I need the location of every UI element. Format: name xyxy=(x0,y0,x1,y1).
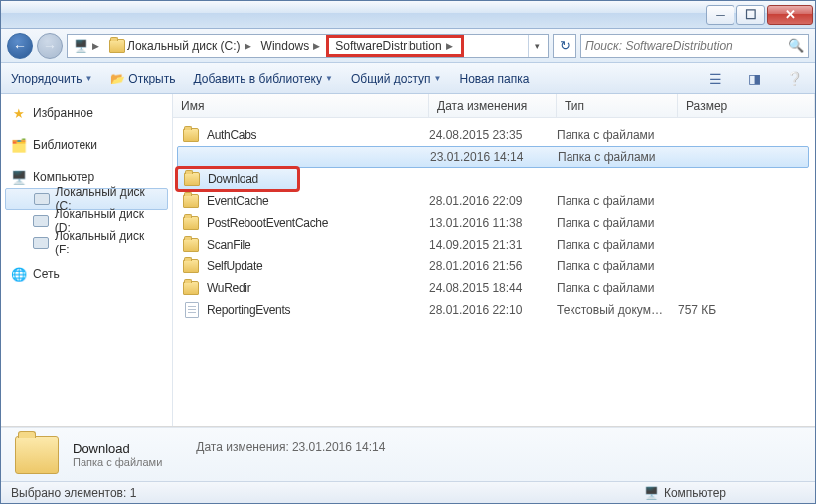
explorer-window: ─ ☐ ✕ ← → 🖥️▶ Локальный диск (С:)▶ Windo… xyxy=(0,0,816,504)
crumb-windows[interactable]: Windows▶ xyxy=(257,35,327,57)
crumb-drive[interactable]: Локальный диск (С:)▶ xyxy=(105,35,257,57)
col-name[interactable]: Имя xyxy=(173,94,429,117)
folder-icon xyxy=(183,258,201,274)
status-selection: Выбрано элементов: 1 xyxy=(11,486,136,500)
file-name: EventCache xyxy=(207,194,429,208)
folder-icon xyxy=(109,39,125,53)
file-date: 28.01.2016 21:56 xyxy=(429,259,557,273)
crumb-softwaredistribution[interactable]: SoftwareDistribution▶ xyxy=(326,35,463,57)
file-row[interactable]: ReportingEvents28.01.2016 22:10Текстовый… xyxy=(173,299,815,321)
file-list: Имя Дата изменения Тип Размер AuthCabs24… xyxy=(173,94,815,426)
status-bar: Выбрано элементов: 1 🖥️Компьютер xyxy=(1,481,815,503)
file-date: 23.01.2016 14:14 xyxy=(430,150,558,164)
file-name: AuthCabs xyxy=(207,128,429,142)
sidebar-drive-f[interactable]: Локальный диск (F: xyxy=(5,232,168,253)
new-folder-button[interactable]: Новая папка xyxy=(459,72,529,85)
file-name: ReportingEvents xyxy=(207,303,429,317)
file-row[interactable]: AuthCabs24.08.2015 23:35Папка с файлами xyxy=(173,124,815,146)
address-bar[interactable]: 🖥️▶ Локальный диск (С:)▶ Windows▶ Softwa… xyxy=(67,34,549,58)
nav-bar: ← → 🖥️▶ Локальный диск (С:)▶ Windows▶ So… xyxy=(1,29,815,63)
file-name: PostRebootEventCache xyxy=(207,216,429,230)
folder-icon xyxy=(183,237,201,252)
open-icon: 📂 xyxy=(110,72,125,85)
file-date: 13.01.2016 11:38 xyxy=(429,216,557,230)
file-name: SelfUpdate xyxy=(207,259,429,273)
computer-icon: 🖥️ xyxy=(644,486,659,500)
crumb-label: Локальный диск (С:) xyxy=(127,39,241,53)
details-name: Download xyxy=(73,441,162,456)
search-box[interactable]: 🔍 xyxy=(580,34,809,58)
file-date: 24.08.2015 23:35 xyxy=(429,128,557,142)
file-name: Download xyxy=(208,172,258,186)
folder-icon xyxy=(184,171,202,187)
libraries-icon: 🗂️ xyxy=(11,137,27,153)
open-button[interactable]: 📂Открыть xyxy=(110,72,175,85)
sidebar-favorites[interactable]: ★Избранное xyxy=(5,102,168,124)
folder-icon xyxy=(183,215,201,231)
star-icon: ★ xyxy=(11,105,27,121)
col-type[interactable]: Тип xyxy=(557,94,678,117)
file-row[interactable]: WuRedir24.08.2015 18:44Папка с файлами xyxy=(173,277,815,299)
share-menu[interactable]: Общий доступ▼ xyxy=(351,72,442,85)
forward-button[interactable]: → xyxy=(37,33,63,59)
view-options-icon[interactable]: ☰ xyxy=(704,68,726,89)
file-type: Папка с файлами xyxy=(557,259,678,273)
status-location: 🖥️Компьютер xyxy=(644,486,726,500)
organize-menu[interactable]: Упорядочить▼ xyxy=(11,72,92,85)
sidebar-network[interactable]: 🌐Сеть xyxy=(5,263,168,285)
file-type: Текстовый докум… xyxy=(557,303,678,317)
crumb-computer[interactable]: 🖥️▶ xyxy=(70,35,105,57)
drive-icon xyxy=(33,215,49,227)
drive-icon xyxy=(34,193,50,205)
preview-pane-icon[interactable]: ◨ xyxy=(743,68,765,89)
file-type: Папка с файлами xyxy=(557,238,678,252)
file-type: Папка с файлами xyxy=(558,150,679,164)
search-input[interactable] xyxy=(585,39,788,53)
col-date[interactable]: Дата изменения xyxy=(429,94,557,117)
maximize-button[interactable]: ☐ xyxy=(736,5,765,25)
file-row-bg: 23.01.2016 14:14Папка с файлами xyxy=(177,146,809,168)
file-date: 14.09.2015 21:31 xyxy=(429,238,557,252)
computer-icon: 🖥️ xyxy=(74,39,88,53)
help-icon[interactable]: ❔ xyxy=(783,68,805,89)
rows-container: AuthCabs24.08.2015 23:35Папка с файламиD… xyxy=(173,118,815,426)
drive-icon xyxy=(33,237,49,249)
minimize-button[interactable]: ─ xyxy=(706,5,734,25)
file-name: ScanFile xyxy=(207,238,429,252)
file-size: 757 КБ xyxy=(678,303,716,317)
titlebar: ─ ☐ ✕ xyxy=(1,1,815,29)
col-size[interactable]: Размер xyxy=(678,94,815,117)
folder-icon xyxy=(15,436,59,474)
add-library-menu[interactable]: Добавить в библиотеку▼ xyxy=(193,72,332,85)
close-button[interactable]: ✕ xyxy=(767,5,813,25)
crumb-label: SoftwareDistribution xyxy=(335,39,441,53)
file-row[interactable]: EventCache28.01.2016 22:09Папка с файлам… xyxy=(173,190,815,212)
back-button[interactable]: ← xyxy=(7,33,33,59)
main-area: ★Избранное 🗂️Библиотеки 🖥️Компьютер Лока… xyxy=(1,94,815,427)
details-date: Дата изменения: 23.01.2016 14:14 xyxy=(196,434,385,454)
sidebar-libraries[interactable]: 🗂️Библиотеки xyxy=(5,134,168,156)
file-type: Папка с файлами xyxy=(557,128,678,142)
file-date: 28.01.2016 22:10 xyxy=(429,303,557,317)
file-type: Папка с файлами xyxy=(557,194,678,208)
computer-icon: 🖥️ xyxy=(11,169,27,185)
crumb-label: Windows xyxy=(261,39,310,53)
toolbar: Упорядочить▼ 📂Открыть Добавить в библиот… xyxy=(1,63,815,94)
sidebar: ★Избранное 🗂️Библиотеки 🖥️Компьютер Лока… xyxy=(1,94,173,426)
address-dropdown[interactable]: ▾ xyxy=(528,35,546,57)
file-date: 24.08.2015 18:44 xyxy=(429,281,557,295)
text-file-icon xyxy=(183,302,201,318)
search-icon: 🔍 xyxy=(788,38,804,53)
column-headers: Имя Дата изменения Тип Размер xyxy=(173,94,815,118)
refresh-button[interactable]: ↻ xyxy=(553,34,576,58)
file-date: 28.01.2016 22:09 xyxy=(429,194,557,208)
file-type: Папка с файлами xyxy=(557,281,678,295)
folder-icon xyxy=(183,193,201,209)
file-row[interactable]: SelfUpdate28.01.2016 21:56Папка с файлам… xyxy=(173,255,815,277)
file-row[interactable]: PostRebootEventCache13.01.2016 11:38Папк… xyxy=(173,212,815,234)
file-name: WuRedir xyxy=(207,281,429,295)
file-row[interactable]: Download xyxy=(177,168,298,190)
details-type: Папка с файлами xyxy=(73,456,162,468)
file-row[interactable]: ScanFile14.09.2015 21:31Папка с файлами xyxy=(173,234,815,255)
folder-icon xyxy=(183,280,201,296)
